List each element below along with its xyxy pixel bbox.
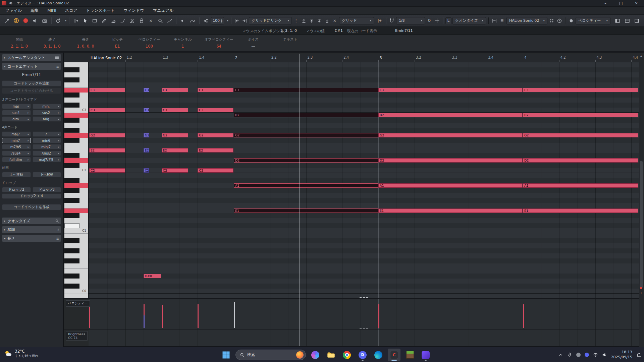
chord-min7-button[interactable]: min7▸ [2,138,31,143]
tray-app-icon[interactable] [576,353,581,357]
drop24-button[interactable]: ドロップ2 + 4 [2,193,61,199]
midi-note[interactable]: A1 [523,183,638,188]
minimize-button[interactable]: – [598,0,613,7]
curve-icon[interactable] [188,17,197,25]
pin-icon[interactable] [3,17,11,25]
part-list-icon[interactable]: ≣ [499,17,505,25]
chord-aug-button[interactable]: aug▸ [33,116,61,122]
lane-divider[interactable] [64,298,643,299]
midi-note[interactable]: G2 [144,133,149,137]
midi-note[interactable]: G2 [89,133,125,137]
info-length[interactable]: 長さ1. 0. 0. 0 [69,37,102,51]
insert-velocity-icon[interactable] [202,17,210,25]
match-chord-track-button[interactable]: コードトラックに合わせる [2,88,61,94]
section-length[interactable]: ▸ 長さ ≣ [2,235,61,242]
snapshot-icon[interactable] [40,17,49,25]
glue-tool[interactable] [137,17,146,25]
midi-note[interactable]: B2 [378,113,523,117]
mute-tool[interactable]: × [147,17,155,25]
velocity-bar[interactable] [89,304,90,328]
taskbar-weather-widget[interactable]: 32°C くもり時々晴れ [4,349,39,358]
close-button[interactable]: × [629,0,644,7]
drop2-button[interactable]: ドロップ2 [2,187,31,192]
black-key[interactable] [64,153,79,158]
info-text[interactable]: テキスト [268,37,312,51]
tray-discord-icon[interactable] [585,353,589,357]
inversion-up-button[interactable]: 上へ移動 [2,172,31,177]
quantize-preset-select[interactable]: 1/8▾ [396,17,425,24]
drop3-button[interactable]: ドロップ3 [33,187,61,192]
loop-icon[interactable] [54,17,62,25]
section-quantize[interactable]: ▸ クオンタイズ [2,218,61,224]
chord-min6-button[interactable]: min6▸ [33,138,61,143]
taskbar-app-purple[interactable] [419,349,432,361]
taskbar-app-copilot[interactable] [309,349,322,361]
highlighted-key[interactable] [64,87,89,93]
move-up-icon[interactable] [301,17,307,25]
info-velocity[interactable]: ベロシティー100 [132,37,166,51]
black-key[interactable] [64,258,79,263]
length-quantize-select[interactable]: クオンタイズ▾ [452,17,486,24]
range-selection-tool[interactable] [90,17,99,25]
velocity-bar[interactable] [234,302,235,328]
grid-overlay-icon[interactable] [548,17,555,25]
menu-score[interactable]: スコア [65,8,77,13]
midi-note[interactable]: D2 [523,158,638,163]
erase-tool[interactable] [109,17,117,25]
chord-sus2-button[interactable]: sus2▸ [33,110,61,115]
velocity-bar[interactable] [144,315,145,328]
event-colors-icon[interactable] [568,17,575,25]
info-channel[interactable]: チャンネル1 [166,37,200,51]
quantize-settings-icon[interactable] [434,17,440,25]
inversion-down-button[interactable]: 下へ移動 [33,172,61,177]
midi-note[interactable]: E1 [378,208,523,213]
chord-sus4-button[interactable]: sus4▸ [2,110,31,115]
midi-note[interactable]: C3 [162,108,189,112]
move-down-more-icon[interactable] [324,17,330,25]
timeline-ruler[interactable]: HALion Sonic 02 1.21.31.422.22.32.433.23… [64,54,639,62]
create-chord-event-button[interactable]: コードイベントを作成 [2,204,61,210]
scroll-up-icon[interactable]: ▲ [639,54,643,58]
midi-note[interactable]: E2 [144,148,149,153]
zoom-in-button[interactable]: + [639,291,643,295]
draw-tool[interactable] [100,17,108,25]
info-voice[interactable]: ボイス— [238,37,268,51]
chord-m7b5-button[interactable]: m7/b5▸ [2,144,31,149]
taskbar-app-explorer[interactable] [325,349,337,361]
vertical-scrollbar[interactable]: ▲ + [639,54,643,347]
scrollbar-thumb[interactable] [640,161,643,288]
snap-magnet-icon[interactable] [388,17,395,25]
midi-note[interactable]: E2 [198,148,233,153]
black-key[interactable] [64,284,79,289]
highlighted-key[interactable] [64,183,89,188]
chord-maj7s5-button[interactable]: maj7/#5▸ [33,157,61,162]
midi-note[interactable]: A1 [234,183,378,188]
velocity-bar[interactable] [198,304,199,328]
chord-min-button[interactable]: min.▸ [33,104,61,109]
add-chord-track-button[interactable]: コードトラックを追加 [2,80,61,86]
nudge-right-icon[interactable] [241,17,248,25]
info-off-velocity[interactable]: オフベロシティー64 [200,37,238,51]
quantize-apply-icon[interactable]: Q [426,17,433,25]
black-key[interactable] [64,248,79,253]
part-selector[interactable]: HALion Sonic 02▾ [506,17,547,24]
chord-maj-button[interactable]: maj▸ [2,104,31,109]
midi-note[interactable]: E1 [523,208,638,213]
midi-note[interactable]: G2 [523,133,638,137]
midi-note[interactable]: G2 [198,133,233,137]
black-key[interactable] [64,213,79,218]
midi-note[interactable]: G2 [378,133,523,137]
section-scale-assistant[interactable]: ▸ スケールアシスタント [2,54,61,61]
highlighted-key[interactable] [64,113,89,118]
feedback-speaker-icon[interactable] [179,17,187,25]
maximize-button[interactable]: □ [613,0,629,7]
midi-note[interactable]: A1 [378,183,523,188]
velocity-bar[interactable] [523,304,524,328]
tray-chevron-up-icon[interactable] [558,352,563,357]
zoom-tool[interactable] [156,17,164,25]
midi-note[interactable]: B2 [523,113,638,117]
trim-tool[interactable] [118,17,127,25]
chord-7sus2-button[interactable]: 7sus2▸ [33,150,61,156]
right-zone-toggle-icon[interactable] [633,17,641,25]
black-key[interactable] [64,178,79,183]
